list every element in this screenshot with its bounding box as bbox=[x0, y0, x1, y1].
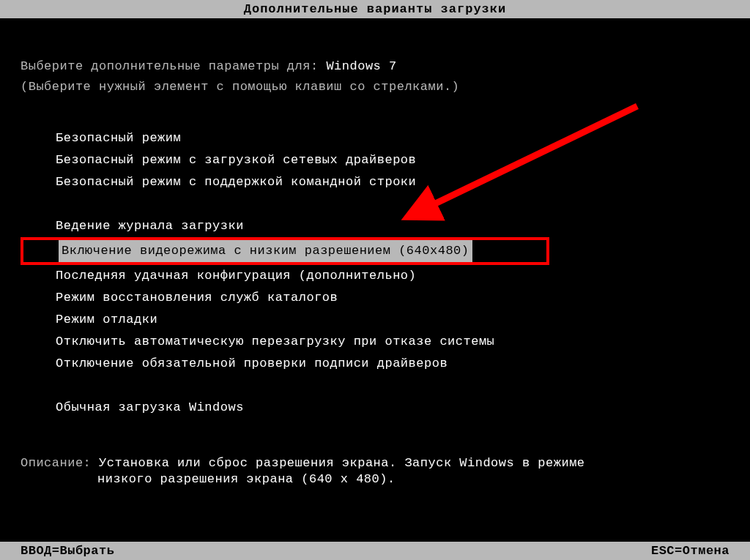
description-text-line1: Установка или сброс разрешения экрана. З… bbox=[99, 456, 585, 470]
instruction-line: Выберите дополнительные параметры для: W… bbox=[21, 59, 729, 75]
menu-gap bbox=[56, 375, 729, 397]
menu-item-disable-auto-restart[interactable]: Отключить автоматическую перезагрузку пр… bbox=[56, 331, 729, 353]
menu-item-last-known-good-config[interactable]: Последняя удачная конфигурация (дополнит… bbox=[56, 265, 729, 287]
boot-options-menu: Безопасный режим Безопасный режим с загр… bbox=[56, 127, 729, 419]
instruction-prefix: Выберите дополнительные параметры для: bbox=[21, 59, 326, 73]
body-area: Выберите дополнительные параметры для: W… bbox=[0, 18, 750, 488]
instruction-hint: (Выберите нужный элемент с помощью клави… bbox=[21, 79, 729, 95]
description-label: Описание: bbox=[21, 456, 99, 470]
os-name: Windows 7 bbox=[326, 59, 396, 73]
title-bar: Дополнительные варианты загрузки bbox=[0, 0, 750, 18]
menu-item-safe-mode-command-prompt[interactable]: Безопасный режим с поддержкой командной … bbox=[56, 171, 729, 193]
page-title: Дополнительные варианты загрузки bbox=[244, 2, 506, 16]
menu-item-directory-services-restore[interactable]: Режим восстановления служб каталогов bbox=[56, 287, 729, 309]
footer-esc-hint: ESC=Отмена bbox=[651, 544, 729, 558]
menu-gap bbox=[56, 193, 729, 215]
menu-item-start-windows-normally[interactable]: Обычная загрузка Windows bbox=[56, 397, 729, 419]
annotation-highlight-box: Включение видеорежима с низким разрешени… bbox=[21, 237, 549, 265]
menu-item-disable-driver-signature[interactable]: Отключение обязательной проверки подписи… bbox=[56, 353, 729, 375]
menu-item-boot-logging[interactable]: Ведение журнала загрузки bbox=[56, 215, 729, 237]
menu-item-safe-mode[interactable]: Безопасный режим bbox=[56, 127, 729, 149]
description-text-line2: низкого разрешения экрана (640 x 480). bbox=[97, 472, 396, 486]
footer-bar: ВВОД=Выбрать ESC=Отмена bbox=[0, 542, 750, 560]
footer-enter-hint: ВВОД=Выбрать bbox=[21, 544, 114, 558]
menu-item-safe-mode-networking[interactable]: Безопасный режим с загрузкой сетевых дра… bbox=[56, 149, 729, 171]
menu-item-low-resolution-video[interactable]: Включение видеорежима с низким разрешени… bbox=[59, 240, 472, 262]
menu-item-debugging-mode[interactable]: Режим отладки bbox=[56, 309, 729, 331]
description-block: Описание: Установка или сброс разрешения… bbox=[21, 455, 729, 488]
